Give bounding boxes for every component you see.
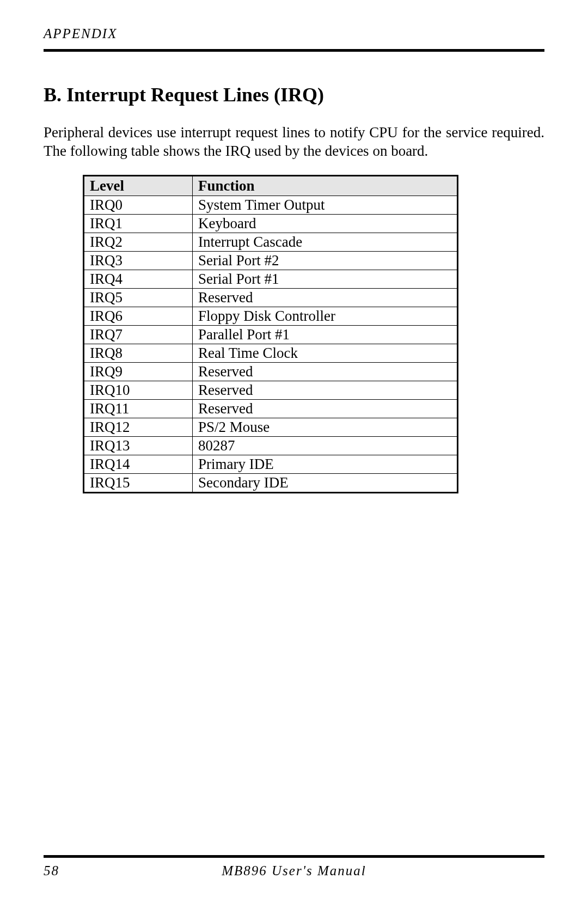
- table-cell-level: IRQ3: [84, 251, 193, 270]
- section-heading: B. Interrupt Request Lines (IRQ): [44, 83, 544, 106]
- table-row: IRQ9Reserved: [84, 362, 458, 381]
- table-cell-function: Serial Port #2: [193, 251, 458, 270]
- table-row: IRQ8Real Time Clock: [84, 344, 458, 362]
- footer-title: MB896 User's Manual: [44, 863, 544, 879]
- page-footer: 58 MB896 User's Manual: [44, 855, 544, 879]
- table-cell-function: Reserved: [193, 399, 458, 418]
- table-row: IRQ14Primary IDE: [84, 455, 458, 473]
- table-row: IRQ7Parallel Port #1: [84, 325, 458, 344]
- table-row: IRQ5Reserved: [84, 288, 458, 307]
- table-cell-function: 80287: [193, 436, 458, 455]
- table-row: IRQ1380287: [84, 436, 458, 455]
- table-row: IRQ10Reserved: [84, 381, 458, 399]
- table-cell-level: IRQ1: [84, 214, 193, 233]
- table-cell-level: IRQ13: [84, 436, 193, 455]
- table-row: IRQ15Secondary IDE: [84, 473, 458, 492]
- table-header-level: Level: [84, 175, 193, 196]
- page-content: B. Interrupt Request Lines (IRQ) Periphe…: [44, 52, 544, 493]
- table-cell-function: Reserved: [193, 288, 458, 307]
- table-cell-function: PS/2 Mouse: [193, 418, 458, 436]
- table-cell-function: Serial Port #1: [193, 270, 458, 288]
- table-row: IRQ2Interrupt Cascade: [84, 233, 458, 251]
- table-header-row: Level Function: [84, 175, 458, 196]
- table-cell-level: IRQ0: [84, 196, 193, 214]
- footer-row: 58 MB896 User's Manual: [44, 863, 544, 879]
- table-cell-level: IRQ11: [84, 399, 193, 418]
- table-cell-function: Parallel Port #1: [193, 325, 458, 344]
- table-row: IRQ11Reserved: [84, 399, 458, 418]
- table-cell-level: IRQ12: [84, 418, 193, 436]
- table-cell-level: IRQ9: [84, 362, 193, 381]
- table-row: IRQ3Serial Port #2: [84, 251, 458, 270]
- table-cell-function: Real Time Clock: [193, 344, 458, 362]
- irq-table: Level Function IRQ0System Timer OutputIR…: [83, 175, 458, 493]
- table-header-function: Function: [193, 175, 458, 196]
- table-cell-function: Reserved: [193, 381, 458, 399]
- table-cell-function: Secondary IDE: [193, 473, 458, 492]
- table-cell-level: IRQ15: [84, 473, 193, 492]
- page-header: APPENDIX: [44, 26, 544, 52]
- table-cell-level: IRQ4: [84, 270, 193, 288]
- table-cell-level: IRQ10: [84, 381, 193, 399]
- table-cell-level: IRQ8: [84, 344, 193, 362]
- table-row: IRQ4Serial Port #1: [84, 270, 458, 288]
- intro-paragraph: Peripheral devices use interrupt request…: [44, 124, 544, 161]
- table-cell-level: IRQ2: [84, 233, 193, 251]
- footer-divider: [44, 855, 544, 858]
- table-row: IRQ6Floppy Disk Controller: [84, 307, 458, 325]
- table-row: IRQ1Keyboard: [84, 214, 458, 233]
- table-cell-level: IRQ5: [84, 288, 193, 307]
- table-cell-level: IRQ6: [84, 307, 193, 325]
- table-cell-function: Floppy Disk Controller: [193, 307, 458, 325]
- table-cell-function: Interrupt Cascade: [193, 233, 458, 251]
- section-label: APPENDIX: [44, 26, 544, 41]
- table-cell-function: Primary IDE: [193, 455, 458, 473]
- table-row: IRQ12PS/2 Mouse: [84, 418, 458, 436]
- table-cell-function: Keyboard: [193, 214, 458, 233]
- table-cell-level: IRQ14: [84, 455, 193, 473]
- table-cell-level: IRQ7: [84, 325, 193, 344]
- table-cell-function: System Timer Output: [193, 196, 458, 214]
- table-row: IRQ0System Timer Output: [84, 196, 458, 214]
- table-cell-function: Reserved: [193, 362, 458, 381]
